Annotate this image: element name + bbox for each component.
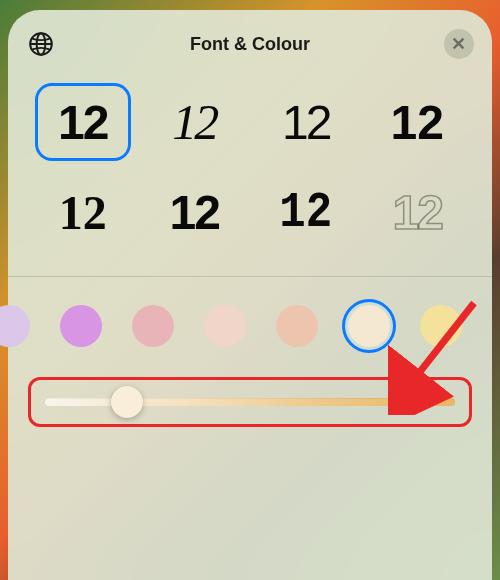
color-swatch-2[interactable] bbox=[60, 305, 102, 347]
font-sample: 12 bbox=[391, 95, 444, 150]
panel-title: Font & Colour bbox=[190, 34, 310, 55]
font-option-1[interactable]: 12 bbox=[38, 86, 128, 158]
color-swatch-6[interactable] bbox=[348, 305, 390, 347]
font-option-4[interactable]: 12 bbox=[373, 86, 463, 158]
font-option-7[interactable]: 12 bbox=[261, 171, 351, 254]
tint-slider[interactable] bbox=[45, 398, 455, 406]
font-sample: 12 bbox=[58, 95, 107, 150]
color-swatch-1[interactable] bbox=[0, 305, 30, 347]
font-option-3[interactable]: 12 bbox=[261, 86, 351, 158]
font-option-8[interactable]: 12 bbox=[373, 176, 463, 248]
close-icon[interactable]: ✕ bbox=[444, 29, 474, 59]
font-sample: 12 bbox=[170, 185, 219, 240]
font-sample: 12 bbox=[393, 185, 442, 240]
color-swatch-4[interactable] bbox=[204, 305, 246, 347]
color-swatch-3[interactable] bbox=[132, 305, 174, 347]
font-sample: 12 bbox=[279, 183, 332, 241]
color-row bbox=[0, 277, 500, 369]
color-swatch-5[interactable] bbox=[276, 305, 318, 347]
globe-icon[interactable] bbox=[26, 29, 56, 59]
color-swatch-7[interactable] bbox=[420, 305, 462, 347]
font-option-5[interactable]: 12 bbox=[38, 176, 128, 248]
panel-header: Font & Colour ✕ bbox=[8, 24, 492, 64]
font-sample: 12 bbox=[172, 93, 216, 151]
font-sample: 12 bbox=[59, 185, 107, 240]
font-option-6[interactable]: 12 bbox=[150, 176, 240, 248]
slider-thumb[interactable] bbox=[111, 386, 143, 418]
font-colour-panel: Font & Colour ✕ 12 12 12 12 12 12 12 12 bbox=[8, 10, 492, 580]
font-option-2[interactable]: 12 bbox=[150, 86, 240, 158]
font-sample: 12 bbox=[282, 95, 329, 150]
slider-highlight bbox=[28, 377, 472, 427]
font-grid: 12 12 12 12 12 12 12 12 bbox=[8, 64, 492, 276]
